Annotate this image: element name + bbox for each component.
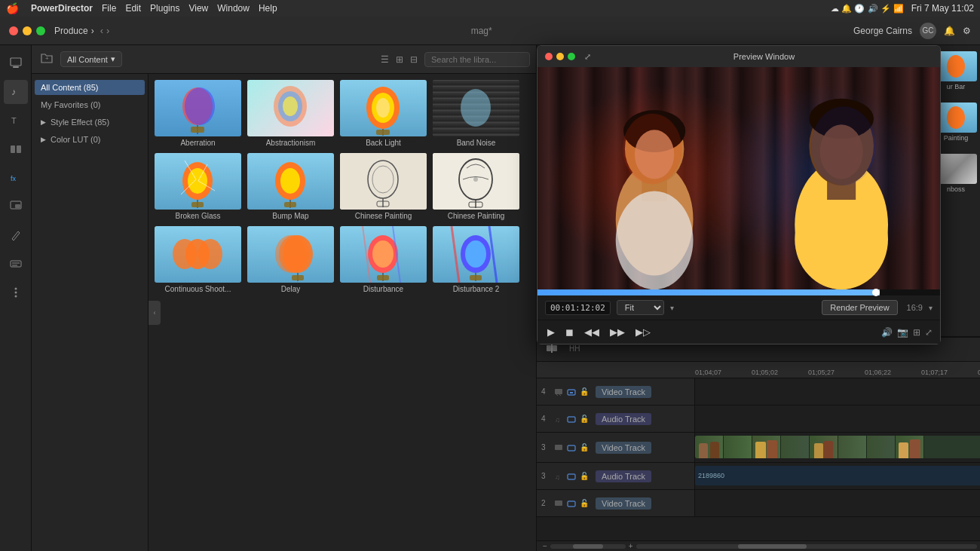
effect-brokenglass[interactable]: Broken Glass bbox=[155, 153, 241, 220]
track-mute-icon[interactable] bbox=[566, 471, 577, 482]
scroll-thumb[interactable] bbox=[738, 544, 806, 549]
render-preview-button[interactable]: Render Preview bbox=[822, 300, 897, 315]
minimize-btn[interactable] bbox=[23, 26, 32, 35]
track-lock-icon[interactable]: 🔓 bbox=[579, 387, 590, 397]
track-lock-icon[interactable]: 🔓 bbox=[579, 498, 590, 509]
sidebar-fx-icon[interactable]: fx bbox=[4, 166, 28, 190]
zoom-slider[interactable] bbox=[550, 544, 626, 549]
effect-delay[interactable]: Delay bbox=[247, 226, 334, 293]
large-grid-button[interactable]: ⊟ bbox=[408, 52, 420, 67]
filter-favorites[interactable]: My Favorites (0) bbox=[35, 97, 145, 112]
effect-label: Continuous Shoot... bbox=[165, 285, 231, 293]
track-lock-icon[interactable]: 🔓 bbox=[579, 471, 590, 482]
effect-chinesepainting1[interactable]: Chinese Painting bbox=[340, 153, 427, 220]
maximize-btn[interactable] bbox=[36, 26, 45, 35]
settings-icon[interactable]: ⚙ bbox=[963, 26, 971, 36]
svg-point-60 bbox=[372, 240, 394, 268]
edge-item-1[interactable]: ur Bar bbox=[936, 51, 977, 90]
sidebar-draw-icon[interactable] bbox=[4, 223, 28, 247]
preview-close[interactable] bbox=[545, 53, 553, 60]
effect-bumpmap[interactable]: Bump Map bbox=[247, 153, 334, 220]
svg-rect-32 bbox=[191, 202, 204, 207]
sidebar-media-icon[interactable] bbox=[4, 51, 28, 75]
effect-abstractionism[interactable]: Abstractionism bbox=[247, 80, 334, 147]
video-clip-3[interactable]: 2189860 bbox=[695, 436, 980, 458]
volume-icon[interactable]: 🔊 bbox=[881, 327, 893, 338]
edge-item-2[interactable]: Painting bbox=[936, 103, 977, 142]
time-ruler[interactable]: 01;04;07 01;05;02 01;05;27 01;06;22 01;0… bbox=[537, 362, 980, 378]
sidebar-text-icon[interactable]: T bbox=[4, 109, 28, 133]
sidebar-transitions-icon[interactable] bbox=[4, 137, 28, 161]
apple-menu[interactable]: 🍎 bbox=[6, 2, 19, 14]
sidebar-pip-icon[interactable] bbox=[4, 194, 28, 219]
preview-scrubber[interactable] bbox=[537, 289, 940, 295]
effect-disturbance[interactable]: Disturbance bbox=[340, 226, 427, 293]
back-button[interactable]: ‹ bbox=[100, 25, 103, 36]
track-lock-icon[interactable]: 🔓 bbox=[579, 414, 590, 424]
track-visible-icon[interactable] bbox=[566, 442, 577, 453]
filter-color-lut[interactable]: ▶ Color LUT (0) bbox=[35, 132, 145, 147]
fullscreen-icon[interactable]: ⤢ bbox=[925, 327, 933, 338]
add-content-button[interactable]: + bbox=[38, 50, 56, 69]
scrubber-thumb[interactable] bbox=[872, 289, 880, 296]
sidebar-collapse-button[interactable]: ‹ bbox=[149, 301, 161, 325]
track-3-audio-content[interactable]: 2189860 bbox=[695, 463, 980, 489]
svg-point-38 bbox=[280, 168, 300, 194]
content-filter-select[interactable]: All Content ▾ bbox=[60, 51, 122, 67]
list-view-button[interactable]: ☰ bbox=[378, 52, 391, 67]
menu-plugins[interactable]: Plugins bbox=[150, 3, 179, 14]
scroll-track[interactable] bbox=[636, 544, 977, 549]
play-button[interactable]: ▶ bbox=[545, 324, 557, 340]
external-display-icon[interactable]: ⊞ bbox=[913, 327, 920, 338]
produce-button[interactable]: Produce › bbox=[54, 26, 94, 36]
preview-minimize[interactable] bbox=[556, 53, 564, 60]
effect-disturbance2[interactable]: Disturbance 2 bbox=[433, 226, 519, 293]
sidebar-subtitle-icon[interactable] bbox=[4, 252, 28, 276]
zoom-out-button[interactable]: − bbox=[543, 542, 547, 550]
track-visible-icon[interactable] bbox=[566, 387, 577, 397]
menu-help[interactable]: Help bbox=[259, 3, 277, 14]
grid-view-button[interactable]: ⊞ bbox=[394, 52, 406, 67]
effect-bandnoise[interactable]: Band Noise bbox=[433, 80, 519, 147]
preview-expand-icon[interactable]: ⤢ bbox=[584, 52, 591, 62]
track-3-audio: 3 ♫ 🔓 Audio Track bbox=[537, 463, 980, 490]
preview-maximize[interactable] bbox=[568, 53, 575, 60]
sidebar-more-icon[interactable] bbox=[4, 280, 28, 305]
filter-style-effect[interactable]: ▶ Style Effect (85) bbox=[35, 115, 145, 130]
track-visible-icon[interactable] bbox=[566, 498, 577, 509]
user-avatar[interactable]: GC bbox=[920, 23, 936, 39]
nav-arrows: ‹ › bbox=[100, 25, 110, 36]
effect-aberration[interactable]: Aberration bbox=[155, 80, 241, 147]
track-lock-icon[interactable]: 🔓 bbox=[579, 442, 590, 453]
track-3-video-content[interactable]: 2189860 bbox=[695, 433, 980, 462]
produce-label: Produce bbox=[54, 26, 88, 36]
fit-select[interactable]: Fit 100% 50% bbox=[617, 300, 664, 315]
sidebar-audio-icon[interactable]: ♪ bbox=[4, 80, 28, 104]
audio-clip-3[interactable]: 2189860 bbox=[695, 466, 980, 485]
track-ctrl-icons: ♫ 🔓 bbox=[553, 471, 590, 482]
snapshot-icon[interactable]: 📷 bbox=[897, 327, 908, 338]
zoom-in-button[interactable]: + bbox=[629, 542, 633, 550]
svg-rect-0 bbox=[11, 58, 21, 66]
menu-file[interactable]: File bbox=[102, 3, 116, 14]
filter-all-content[interactable]: All Content (85) bbox=[35, 80, 145, 95]
effect-continuous[interactable]: Continuous Shoot... bbox=[155, 226, 241, 293]
track-mute-icon[interactable] bbox=[566, 414, 577, 424]
prev-frame-button[interactable]: ◀◀ bbox=[582, 324, 602, 340]
svg-rect-99 bbox=[568, 445, 575, 451]
track-4-video: 4 🔓 Video Track bbox=[537, 378, 980, 406]
close-btn[interactable] bbox=[9, 26, 18, 35]
effect-backlight[interactable]: Back Light bbox=[340, 80, 427, 147]
edge-item-3[interactable]: nboss bbox=[936, 154, 977, 193]
track-number: 3 bbox=[541, 472, 550, 480]
menu-view[interactable]: View bbox=[188, 3, 208, 14]
next-frame-button[interactable]: ▶▶ bbox=[608, 324, 627, 340]
track-number: 2 bbox=[541, 499, 550, 507]
notification-icon[interactable]: 🔔 bbox=[944, 26, 955, 36]
menu-edit[interactable]: Edit bbox=[125, 3, 141, 14]
menu-window[interactable]: Window bbox=[217, 3, 250, 14]
effect-chinesepainting2[interactable]: Chinese Painting bbox=[433, 153, 519, 220]
search-input[interactable] bbox=[424, 52, 530, 67]
fast-forward-button[interactable]: ▶▷ bbox=[633, 324, 653, 340]
stop-button[interactable]: ◼ bbox=[563, 324, 576, 340]
